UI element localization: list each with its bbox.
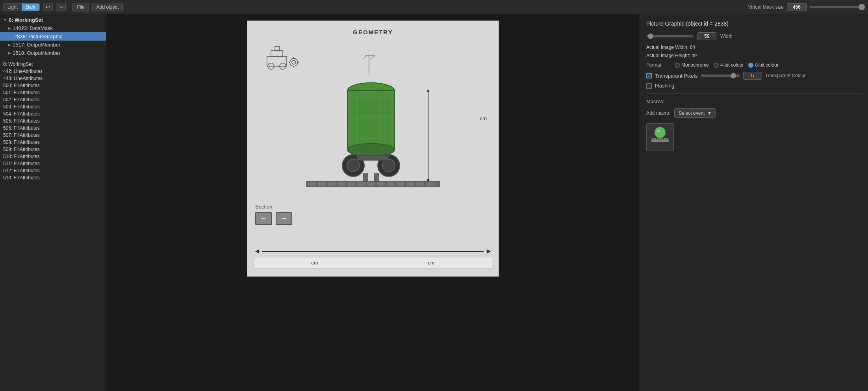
cm-right-value: cm [428, 260, 434, 266]
svg-rect-36 [374, 173, 379, 181]
flat-item[interactable]: 511: FillAttributes [0, 160, 106, 167]
canvas-area: GEOMETRY [106, 14, 640, 391]
monochrome-option[interactable]: Monochrome [675, 62, 709, 68]
flat-item[interactable]: 510: FillAttributes [0, 153, 106, 160]
svg-rect-48 [406, 182, 414, 186]
top-bar: Light Dark ↩ ↪ File Add object Virtual M… [0, 0, 868, 14]
transparent-slider-thumb[interactable] [731, 73, 736, 78]
flat-item[interactable]: 503: FillAttributes [0, 103, 106, 110]
svg-rect-63 [666, 138, 668, 140]
theme-dark-button[interactable]: Dark [22, 4, 39, 11]
virtual-mask-input[interactable] [787, 3, 807, 11]
preview-image [646, 123, 674, 151]
tree-item-datamask[interactable]: ▶ 14023: DataMask [0, 24, 106, 32]
svg-rect-61 [662, 138, 663, 140]
4bit-radio[interactable] [714, 63, 719, 68]
transparent-pixels-checkbox[interactable]: ✓ [646, 73, 652, 78]
transparent-slider[interactable] [701, 74, 740, 77]
tree-item-picturegraphic[interactable]: 2838: PictureGraphic [0, 32, 106, 41]
width-slider[interactable] [646, 35, 694, 37]
tree-arrow: ▶ [8, 43, 11, 47]
flat-item[interactable]: 504: FillAttributes [0, 110, 106, 117]
geometry-label: GEOMETRY [255, 29, 491, 35]
flat-item[interactable]: 442: LineAttributes [0, 68, 106, 75]
monochrome-label: Monochrome [681, 62, 709, 68]
measure-left-arrow: ◄ [254, 247, 261, 255]
width-slider-thumb[interactable] [648, 34, 653, 39]
next-section-button[interactable]: → [276, 212, 292, 225]
4bit-option[interactable]: 4-bit colour [714, 62, 744, 68]
transparent-pixels-label: Transparent Pixels [655, 73, 697, 79]
main-layout: ▼ 0: WorkingSet ▶ 14023: DataMask 2838: … [0, 14, 868, 391]
svg-rect-47 [397, 182, 404, 186]
flat-item[interactable]: 501: FillAttributes [0, 89, 106, 96]
tractor-area: cm [255, 43, 491, 193]
measurement-row: cm cm [254, 257, 492, 268]
section-buttons: ← → [255, 212, 292, 225]
section-label: Section: [255, 204, 292, 210]
add-macro-row: Add macro: Select event ▼ [646, 108, 862, 118]
svg-rect-45 [377, 182, 385, 186]
4bit-label: 4-bit colour [720, 62, 744, 68]
canvas-frame: GEOMETRY [247, 20, 499, 277]
tree-arrow: ▶ [8, 26, 11, 30]
panel-title: Picture Graphic (object id = 2838) [646, 20, 862, 27]
virtual-mask-slider[interactable] [810, 6, 865, 8]
measurement-area: ◄ ► cm cm [254, 247, 492, 268]
flat-item[interactable]: 443: LineAttributes [0, 75, 106, 82]
width-input[interactable] [697, 32, 716, 40]
prev-section-button[interactable]: ← [255, 212, 272, 225]
svg-rect-60 [659, 138, 661, 140]
tree-item-workingset[interactable]: ▼ 0: WorkingSet [0, 16, 106, 24]
virtual-mask-label: Virtual Mask size [748, 4, 784, 10]
flat-item[interactable]: 513: FillAttributes [0, 174, 106, 181]
svg-rect-50 [426, 182, 434, 186]
flat-item[interactable]: 509: FillAttributes [0, 146, 106, 153]
tree-item-label: 1517: OutputNumber [13, 42, 60, 48]
flat-item[interactable]: 507: FillAttributes [0, 132, 106, 139]
flashing-row: Flashing [646, 83, 862, 89]
svg-point-33 [382, 159, 395, 172]
flat-item[interactable]: 512: FillAttributes [0, 167, 106, 174]
virtual-mask-slider-thumb[interactable] [859, 4, 865, 10]
file-button[interactable]: File [72, 3, 89, 11]
transparent-pixels-row: ✓ Transparent Pixels Transparent Colour [646, 72, 862, 80]
svg-rect-62 [664, 138, 666, 140]
monochrome-radio[interactable] [675, 63, 680, 68]
select-event-dropdown[interactable]: Select event ▼ [674, 108, 716, 118]
flat-item[interactable]: 508: FillAttributes [0, 139, 106, 146]
svg-point-55 [657, 130, 660, 132]
svg-rect-43 [357, 182, 365, 186]
add-object-button[interactable]: Add object [92, 3, 123, 11]
transparent-value-input[interactable] [743, 72, 762, 80]
flat-item[interactable]: 0: WorkingSet [0, 61, 106, 68]
width-label: Width [720, 34, 744, 39]
svg-rect-41 [338, 182, 345, 186]
8bit-option[interactable]: 8-bit colour [748, 62, 778, 68]
tree-item-outputnumber-1517[interactable]: ▶ 1517: OutputNumber [0, 41, 106, 49]
actual-height-row: Actual Image Height: 49 [646, 52, 862, 58]
8bit-label: 8-bit colour [755, 62, 778, 68]
actual-width-row: Actual Image Width: 64 [646, 44, 862, 50]
flat-item[interactable]: 505: FillAttributes [0, 117, 106, 125]
sidebar-divider [0, 59, 106, 59]
flat-item[interactable]: 502: FillAttributes [0, 96, 106, 103]
theme-light-button[interactable]: Light [4, 4, 22, 11]
flat-item[interactable]: 506: FillAttributes [0, 125, 106, 132]
tree-item-outputnumber-1518[interactable]: ▶ 1518: OutputNumber [0, 49, 106, 57]
right-panel: Picture Graphic (object id = 2838) Width… [640, 14, 868, 391]
svg-marker-52 [427, 89, 430, 92]
flashing-checkbox[interactable] [646, 83, 652, 89]
svg-line-14 [371, 55, 375, 59]
measure-line [262, 251, 484, 252]
macros-title: Macros: [646, 99, 862, 104]
svg-rect-46 [387, 182, 395, 186]
redo-button[interactable]: ↪ [56, 3, 66, 11]
tree-arrow: ▼ [3, 18, 7, 22]
svg-rect-40 [328, 182, 336, 186]
svg-point-54 [655, 127, 666, 138]
8bit-radio[interactable] [748, 63, 753, 68]
tree-item-label: 14023: DataMask [13, 25, 53, 31]
undo-button[interactable]: ↩ [43, 3, 53, 11]
flat-item[interactable]: 500: FillAttributes [0, 82, 106, 89]
